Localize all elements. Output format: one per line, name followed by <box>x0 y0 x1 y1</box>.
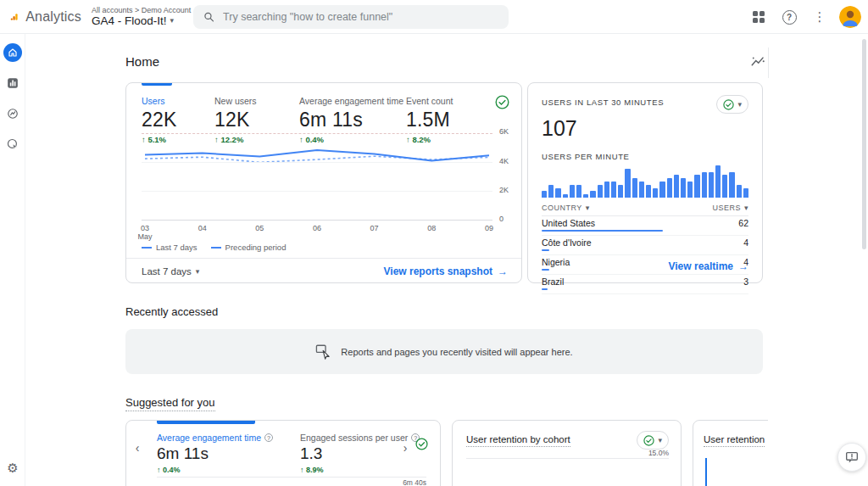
metric-value: 6m 11s <box>299 109 406 131</box>
metric-label: New users <box>214 96 299 106</box>
nav-admin-gear[interactable]: ⚙ <box>0 461 25 476</box>
x-tick: 06 <box>313 224 321 232</box>
recently-accessed-heading: Recently accessed <box>125 305 218 318</box>
nav-home[interactable] <box>0 41 25 64</box>
insights-sparkline-icon <box>750 55 765 69</box>
caret-down-icon: ▾ <box>744 204 748 212</box>
active-metric-indicator <box>157 421 255 424</box>
x-tick: 03May <box>137 224 152 241</box>
page-scrollbar[interactable] <box>862 39 866 249</box>
carousel-next-button[interactable]: › <box>399 441 411 455</box>
legend-label: Last 7 days <box>156 243 198 252</box>
diagnostics-grid-button[interactable] <box>748 6 770 28</box>
app-header: Analytics All accounts > Demo Account GA… <box>0 0 868 34</box>
view-reports-snapshot-link[interactable]: View reports snapshot → <box>384 265 508 277</box>
nav-explore[interactable] <box>0 102 25 126</box>
minute-bar <box>694 175 699 198</box>
country-bar <box>542 230 663 232</box>
metric-value: 12K <box>214 109 299 131</box>
country-name: Côte d'Ivoire <box>542 237 592 248</box>
country-row: United States62 <box>542 216 748 236</box>
suggested-heading-label[interactable]: Suggested for you <box>125 396 215 411</box>
recently-accessed-empty-state: Reports and pages you recently visited w… <box>125 329 763 374</box>
account-avatar[interactable] <box>839 6 861 28</box>
explore-icon <box>7 108 19 120</box>
minute-bar <box>709 172 714 198</box>
realtime-status-dropdown[interactable]: ▾ <box>716 95 748 114</box>
insights-button[interactable] <box>748 52 768 72</box>
minute-bar <box>687 182 693 198</box>
x-tick: 07 <box>370 224 379 232</box>
metric-value: 22K <box>142 109 214 131</box>
chart-y-axis-line <box>705 458 707 486</box>
caret-down-icon: ▾ <box>170 16 175 25</box>
country-name: Brazil <box>542 277 564 287</box>
caret-down-icon: ▾ <box>658 436 662 444</box>
minute-bar <box>674 175 679 198</box>
x-tick: 04 <box>198 224 207 232</box>
minute-bar <box>715 165 721 198</box>
metric-delta: ↑ 0.4% <box>157 466 273 474</box>
minute-bar <box>598 185 603 198</box>
view-realtime-link[interactable]: View realtime → <box>669 260 749 272</box>
country-column-header[interactable]: COUNTRY ▾ <box>542 204 590 212</box>
grid-icon <box>753 11 765 23</box>
cursor-click-icon <box>315 344 332 360</box>
avatar-image <box>839 6 861 28</box>
metric-value: 1.5M <box>406 109 453 131</box>
x-axis-month-note: May <box>137 232 152 241</box>
help-button[interactable]: ? <box>778 6 800 28</box>
carousel-prev-button[interactable]: ‹ <box>131 441 143 455</box>
line-series <box>142 132 492 221</box>
country-users: 62 <box>738 218 748 228</box>
check-circle-icon <box>643 435 654 446</box>
carousel-metric-avg-engagement[interactable]: Average engagement time ? 6m 11s ↑ 0.4% <box>157 433 273 474</box>
nav-reports[interactable] <box>0 71 25 95</box>
caret-down-icon: ▾ <box>196 267 200 276</box>
y-tick: 0 <box>499 215 520 223</box>
realtime-card: USERS IN LAST 30 MINUTES ▾ 107 USERS PER… <box>527 82 763 283</box>
date-range-selector[interactable]: Last 7 days ▾ <box>142 266 199 277</box>
search-input[interactable] <box>223 11 498 23</box>
minute-bar <box>618 185 623 198</box>
card-title[interactable]: User retention by cohort <box>466 434 570 447</box>
page-title: Home <box>125 54 159 69</box>
metric-label: Users <box>142 96 214 106</box>
card-title[interactable]: User retention <box>704 434 765 447</box>
country-users: 4 <box>743 237 748 248</box>
minute-bar <box>570 185 575 198</box>
minute-bar <box>659 182 665 198</box>
home-icon <box>8 47 18 58</box>
user-retention-card: User retention <box>693 420 768 486</box>
left-nav: ⚙ <box>0 34 25 486</box>
metric-label: Average engagement time <box>157 433 261 443</box>
analytics-logo[interactable]: Analytics <box>0 8 81 25</box>
data-quality-check-icon[interactable] <box>495 95 509 113</box>
breadcrumb[interactable]: All accounts > Demo Account <box>92 6 191 14</box>
chevron-left-icon: ‹ <box>136 441 140 455</box>
minute-bar <box>632 178 637 198</box>
empty-state-message: Reports and pages you recently visited w… <box>341 347 572 357</box>
analytics-logo-icon <box>10 8 18 25</box>
y-tick: 2K <box>499 186 520 194</box>
card-status-dropdown[interactable]: ▾ <box>637 431 669 450</box>
users-column-header[interactable]: USERS ▾ <box>712 204 748 212</box>
vertical-dots-icon: ⋮ <box>814 9 826 25</box>
minute-bar <box>583 194 588 198</box>
feedback-button[interactable] <box>837 443 866 472</box>
legend-label: Preceding period <box>225 243 287 252</box>
minute-bar <box>625 169 630 198</box>
legend-solid-line-icon <box>142 247 152 249</box>
minute-bar <box>653 188 658 198</box>
link-label: View reports snapshot <box>384 265 492 277</box>
nav-advertising[interactable] <box>0 132 25 156</box>
property-switcher[interactable]: GA4 - Flood-It! ▾ <box>92 14 191 28</box>
realtime-title: USERS IN LAST 30 MINUTES <box>542 98 664 107</box>
minute-bar <box>555 188 560 198</box>
more-menu-button[interactable]: ⋮ <box>809 6 831 28</box>
realtime-user-count: 107 <box>542 116 748 141</box>
check-circle-icon <box>723 99 734 110</box>
country-name: Nigeria <box>542 257 570 267</box>
minute-bar <box>729 172 734 198</box>
search-bar[interactable] <box>193 5 509 29</box>
